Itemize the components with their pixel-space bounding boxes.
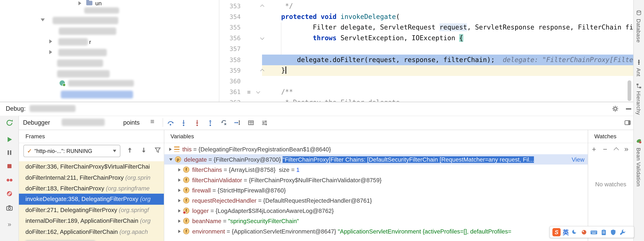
tool-stripe-database[interactable]: Database [635,19,642,43]
watches-overflow-icon[interactable]: » [624,145,628,153]
chevron-right-icon[interactable] [178,230,180,233]
tab-debugger[interactable]: Debugger [23,119,50,126]
project-tree-item-redacted[interactable] [52,17,118,24]
keyboard-icon[interactable] [590,228,598,236]
stop-icon[interactable] [5,162,14,170]
thread-selector[interactable]: ✓ "http-nio-...": RUNNING [23,145,120,157]
variable-row-this[interactable]: this = {DelegatingFilterProxyRegistratio… [164,144,588,154]
gutter-line-356[interactable]: 356 [219,33,240,44]
project-tree-item-redacted[interactable] [61,91,133,98]
variable-row-requestRejectedHandler[interactable]: frequestRejectedHandler = {DefaultReques… [164,195,588,206]
stack-frame-row[interactable]: doFilter:162, ApplicationFilterChain (or… [19,226,164,237]
variable-row-environment[interactable]: fenvironment = {ApplicationServletEnviro… [164,226,588,236]
tool-stripe-hierarchy[interactable]: Hierarchy [635,91,642,115]
chevron-right-icon[interactable] [178,199,180,202]
moon-icon[interactable] [571,228,578,236]
code-line-354[interactable]: protected void invokeDelegate( [262,11,634,22]
ime-language-toggle[interactable]: 英 [563,228,569,237]
code-editor[interactable]: 353 */354 protected void invokeDelegate(… [219,0,634,102]
stack-frame-row[interactable]: doFilter:183, FilterChainProxy (org.spri… [19,183,164,194]
gutter-line-362[interactable]: 362 [219,97,240,102]
step-over-icon[interactable] [167,119,174,126]
thread-dump-camera-icon[interactable] [5,204,14,212]
gutter-line-354[interactable]: 354 [219,11,240,22]
sogou-logo-icon[interactable]: S [552,228,560,236]
variable-row-firewall[interactable]: ffirewall = {StrictHttpFirewall@8760} [164,185,588,195]
chevron-right-icon[interactable] [169,148,172,151]
project-tree-item-redacted[interactable] [58,49,107,56]
gutter-line-353[interactable]: 353 [219,1,240,11]
next-frame-icon[interactable] [140,146,148,154]
code-line-359[interactable]: } [262,65,634,76]
code-line-360[interactable] [262,76,634,86]
gutter-line-355[interactable]: 355 [219,22,240,33]
gutter-collapse-icon[interactable] [254,86,261,97]
run-to-cursor-icon[interactable] [233,119,240,126]
code-line-356[interactable]: throws ServletException, IOException { [262,33,634,44]
stack-frame-row[interactable]: invokeDelegate:358, DelegatingFilterProx… [19,194,164,205]
rerun-debug-icon[interactable] [5,119,14,127]
variable-row-filterChainValidator[interactable]: ffilterChainValidator = {FilterChainProx… [164,175,588,185]
tree-expand-chevron[interactable] [49,39,52,43]
restore-layout-icon[interactable] [624,119,631,126]
stack-frame-row[interactable]: internalDoFilter:189, ApplicationFilterC… [19,216,164,226]
tree-expand-chevron[interactable] [78,1,81,5]
resume-icon[interactable] [5,135,14,144]
hide-tool-window-icon[interactable] [626,108,631,109]
variable-row-delegate[interactable]: pdelegate = {FilterChainProxy@8700} "Fil… [164,154,588,165]
layout-menu-icon[interactable]: ≡ [150,118,154,126]
settings-sliders-icon[interactable] [261,119,268,126]
gutter-line-360[interactable]: 360 [219,76,240,86]
tree-expand-chevron[interactable] [49,50,52,54]
chevron-right-icon[interactable] [178,219,180,223]
settings-gear-icon[interactable] [611,105,619,113]
gutter-line-358[interactable]: 358 [219,54,240,65]
tab-partial-points[interactable]: points [123,119,140,126]
project-tree-item-redacted[interactable] [57,59,103,67]
move-watch-up-icon[interactable] [614,147,619,153]
shield-icon[interactable] [610,228,617,236]
skin-icon[interactable] [580,228,588,236]
fold-marker[interactable] [259,65,266,76]
stack-frame-row[interactable]: doFilter:336, FilterChainProxy$VirtualFi… [19,161,164,172]
variable-row-logger[interactable]: flogger = {LogAdapter$Slf4jLocationAware… [164,206,588,216]
fold-marker[interactable] [259,1,266,11]
code-line-353[interactable]: */ [262,1,634,11]
tool-stripe-ant[interactable]: Ant [635,68,642,76]
more-toolbar-chevrons-icon[interactable]: » [5,220,14,229]
pause-icon[interactable] [5,149,14,157]
gutter-menu-icon[interactable]: ≡ [246,86,252,97]
force-step-into-icon[interactable] [194,119,201,126]
remove-watch-button[interactable]: − [603,146,607,153]
code-line-362[interactable]: * Destroy the Filter delegate [262,97,634,102]
chevron-right-icon[interactable] [178,168,180,171]
add-watch-button[interactable]: + [592,146,596,153]
previous-frame-icon[interactable] [126,146,134,154]
gutter-line-361[interactable]: 361 [219,86,240,97]
project-tree-item-redacted[interactable] [57,70,110,77]
table-view-icon[interactable] [247,119,254,126]
project-tree-item-redacted[interactable] [68,80,134,87]
code-line-361[interactable]: /** [262,86,634,97]
mute-breakpoints-icon[interactable] [5,190,14,198]
project-tree-item-redacted[interactable] [58,38,88,45]
stack-frame-row[interactable] [19,237,164,241]
tool-stripe-bean-validation[interactable]: Bean Validation [635,148,642,187]
view-link[interactable]: View [572,156,588,163]
gutter-line-357[interactable]: 357 [219,44,240,54]
fold-marker[interactable] [259,33,266,44]
stack-frame-row[interactable]: doFilterInternal:211, FilterChainProxy (… [19,172,164,183]
chevron-right-icon[interactable] [178,189,180,192]
drop-frame-icon[interactable] [220,119,228,126]
hide-frames-filter-icon[interactable] [154,146,162,154]
code-line-358[interactable]: delegate.doFilter(request, response, fil… [262,54,634,65]
project-tree-item-redacted[interactable] [59,27,116,35]
variable-row-beanName[interactable]: fbeanName = "springSecurityFilterChain" [164,216,588,226]
wrench-icon[interactable] [619,228,626,236]
tab-redacted[interactable] [62,119,105,126]
code-line-355[interactable]: Filter delegate, ServletRequest request,… [262,22,634,33]
chevron-right-icon[interactable] [178,178,180,182]
step-out-icon[interactable] [207,119,214,126]
step-into-icon[interactable] [180,119,187,126]
view-breakpoints-icon[interactable] [5,176,14,184]
